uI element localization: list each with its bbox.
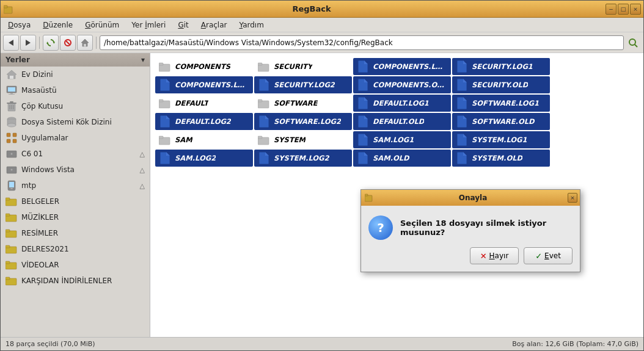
sidebar-item-karsiindir[interactable]: KARŞIDAN İNDİRİLENLER [1, 273, 150, 289]
forward-button[interactable] [20, 35, 36, 51]
file-icon [357, 115, 369, 128]
yes-button[interactable]: ✓ Evet [524, 247, 573, 264]
file-icon [159, 78, 171, 92]
svg-marker-96 [358, 152, 368, 164]
file-name: SYSTEM.LOG1 [472, 136, 527, 144]
sidebar-item-ev-dizini[interactable]: Ev Dizini [1, 67, 150, 82]
file-icon [456, 151, 468, 165]
file-icon [357, 60, 369, 73]
sidebar-item-muzikler[interactable]: MÜZİKLER [1, 209, 150, 225]
menu-dosya[interactable]: Dosya [3, 20, 35, 31]
svg-marker-79 [265, 115, 269, 119]
menu-yerimleri[interactable]: Yer İmleri [126, 20, 170, 31]
window-title: RegBack [18, 4, 606, 13]
svg-rect-49 [5, 261, 10, 264]
svg-marker-61 [166, 79, 170, 82]
file-item[interactable]: SAM [155, 131, 253, 148]
menubar: Dosya Düzenle Görünüm Yer İmleri Git Ara… [1, 18, 643, 32]
stop-button[interactable] [60, 35, 76, 51]
file-item[interactable]: SOFTWARE [254, 95, 352, 112]
svg-rect-38 [9, 182, 14, 187]
sidebar-collapse-icon[interactable]: ▾ [141, 56, 145, 64]
file-item[interactable]: SYSTEM [254, 131, 352, 148]
file-name: SECURITY.OLD [472, 81, 528, 89]
svg-marker-66 [457, 79, 467, 91]
sidebar-item-cop-kutusu[interactable]: Çöp Kutusu [1, 98, 150, 114]
drive-c6-icon [5, 148, 18, 160]
close-button[interactable]: × [630, 4, 641, 15]
sidebar-item-c6-01[interactable]: C6 01 △ [1, 146, 150, 162]
file-name: COMPONENTS.LOG1 [373, 62, 447, 71]
folder-downloads-icon [5, 275, 18, 287]
no-button[interactable]: ✕ Hayır [470, 247, 519, 264]
file-item[interactable]: SYSTEM.LOG2 [254, 150, 352, 167]
file-item[interactable]: SECURITY [254, 58, 352, 75]
yes-icon: ✓ [535, 251, 542, 261]
sidebar-item-masaustu[interactable]: Masaüstü [1, 82, 150, 98]
svg-rect-15 [8, 87, 15, 92]
svg-marker-60 [160, 79, 170, 91]
back-button[interactable] [3, 35, 19, 51]
svg-marker-76 [160, 115, 170, 128]
maximize-button[interactable]: □ [618, 4, 629, 15]
sidebar-item-delres2021[interactable]: DELRES2021 [1, 241, 150, 257]
file-item[interactable]: DEFAULT.LOG2 [155, 113, 253, 130]
dialog-close-button[interactable]: × [568, 193, 577, 203]
address-bar[interactable]: /home/battalgazi/Masaüstü/Windows Vista/… [100, 35, 624, 50]
menu-duzenle[interactable]: Düzenle [38, 20, 78, 31]
file-name: SAM.LOG2 [175, 154, 216, 162]
file-item[interactable]: SYSTEM.LOG1 [452, 131, 550, 148]
folder-muzikler-icon [5, 211, 18, 223]
svg-point-10 [629, 39, 635, 45]
file-item[interactable]: SAM.LOG2 [155, 150, 253, 167]
file-item[interactable]: DEFAULT.OLD [353, 113, 451, 130]
file-icon [456, 96, 468, 110]
file-item[interactable]: COMPONENTS.OLD [353, 76, 451, 93]
eject-c6-icon[interactable]: △ [140, 150, 145, 158]
eject-vista-icon[interactable]: △ [140, 166, 145, 174]
file-item[interactable]: COMPONENTS [155, 58, 253, 75]
sidebar-item-videolar[interactable]: VİDEOLAR [1, 257, 150, 273]
file-item[interactable]: SECURITY.OLD [452, 76, 550, 93]
home-button[interactable] [77, 35, 93, 51]
menu-yardim[interactable]: Yardım [234, 20, 268, 31]
eject-mtp-icon[interactable]: △ [140, 182, 145, 190]
file-name: SECURITY [274, 62, 312, 71]
menu-gorunum[interactable]: Görünüm [80, 20, 124, 31]
file-item[interactable]: DEFAULT.LOG1 [353, 95, 451, 112]
file-name: DEFAULT.OLD [373, 117, 424, 126]
file-item[interactable]: SOFTWARE.OLD [452, 113, 550, 130]
file-item[interactable]: SYSTEM.OLD [452, 150, 550, 167]
file-item[interactable]: SOFTWARE.LOG1 [452, 95, 550, 112]
minimize-button[interactable]: − [606, 4, 617, 15]
file-item[interactable]: COMPONENTS.LOG1 [353, 58, 451, 75]
sidebar-item-resimler[interactable]: RESİMLER [1, 225, 150, 241]
file-name: SAM.OLD [373, 154, 409, 162]
file-item[interactable]: SAM.LOG1 [353, 131, 451, 148]
file-name: SOFTWARE.LOG1 [472, 99, 539, 107]
file-item[interactable]: COMPONENTS.LOG2 [155, 76, 253, 93]
svg-rect-85 [159, 136, 163, 139]
svg-marker-58 [457, 60, 467, 73]
sidebar-item-uygulamalar[interactable]: Uygulamalar [1, 130, 150, 146]
sidebar-item-belgeler[interactable]: BELGELER [1, 194, 150, 209]
file-item[interactable]: SECURITY.LOG2 [254, 76, 352, 93]
file-item[interactable]: SAM.OLD [353, 150, 451, 167]
file-item[interactable]: SOFTWARE.LOG2 [254, 113, 352, 130]
file-item[interactable]: DEFAULT [155, 95, 253, 112]
menu-araclar[interactable]: Araçlar [196, 20, 232, 31]
refresh-button[interactable] [43, 35, 59, 51]
file-item[interactable]: SECURITY.LOG1 [452, 58, 550, 75]
go-button[interactable] [625, 35, 641, 51]
statusbar-right: Boş alan: 12,6 GiB (Toplam: 47,0 GiB) [512, 340, 639, 348]
sidebar-item-mtp[interactable]: mtp △ [1, 178, 150, 194]
svg-marker-88 [358, 134, 368, 146]
window-icon [3, 4, 14, 15]
menu-git[interactable]: Git [173, 20, 193, 31]
no-icon: ✕ [480, 251, 487, 261]
sidebar-item-windows-vista[interactable]: Windows Vista △ [1, 162, 150, 178]
folder-icon [258, 60, 270, 73]
sidebar-item-dosya-sistemi[interactable]: Dosya Sistemi Kök Dizini [1, 114, 150, 130]
file-icon [258, 78, 270, 92]
file-icon [159, 151, 171, 165]
